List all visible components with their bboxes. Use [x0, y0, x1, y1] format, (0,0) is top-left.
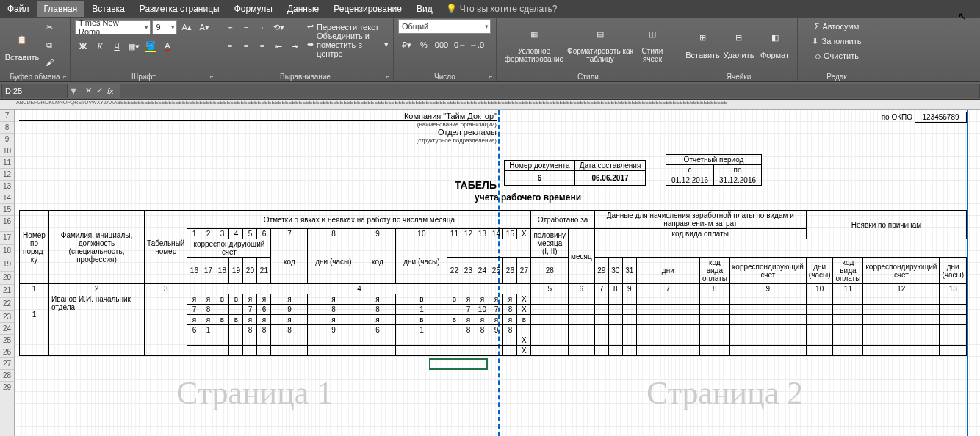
borders-button[interactable]: ▦▾	[126, 39, 141, 54]
row-header[interactable]: 28	[0, 370, 14, 382]
row-header[interactable]: 15	[0, 204, 14, 216]
row-header[interactable]: 7	[0, 110, 14, 122]
data-cell[interactable]: 9	[308, 325, 359, 335]
data-cell[interactable]: 1	[201, 325, 215, 335]
data-cell[interactable]: X	[517, 294, 531, 305]
font-color-button[interactable]: A	[160, 39, 175, 54]
row-header[interactable]: 18	[0, 245, 14, 258]
data-cell[interactable]: 8	[503, 325, 517, 335]
number-format-combo[interactable]: Общий	[398, 19, 491, 34]
data-cell[interactable]: 9	[489, 325, 503, 335]
data-cell[interactable]: я	[187, 315, 201, 325]
data-cell[interactable]: 8	[503, 305, 517, 315]
spreadsheet-grid[interactable]: ABCDEFGHIJKLMNOPQRSTUVWXYZAAABEEEEEEEEEE…	[0, 100, 980, 436]
copy-button[interactable]: ⧉	[42, 37, 57, 52]
data-cell[interactable]: я	[243, 315, 257, 325]
conditional-format-button[interactable]: ▦ Условное форматирование	[501, 19, 567, 66]
data-cell[interactable]: я	[489, 294, 503, 305]
row-header[interactable]: 17	[0, 232, 14, 245]
insert-cells-button[interactable]: ⊞ Вставить	[685, 19, 721, 66]
clipboard-launcher[interactable]: ⌐	[61, 73, 68, 81]
data-cell[interactable]: в	[396, 294, 447, 305]
company-name[interactable]: Компания "Тайм Доктор"	[19, 112, 497, 121]
data-cell[interactable]: 1	[396, 325, 447, 335]
align-bottom-button[interactable]: ⫠	[255, 20, 270, 34]
menu-insert[interactable]: Вставка	[84, 1, 132, 17]
data-cell[interactable]: я	[201, 315, 215, 325]
data-cell[interactable]: я	[271, 315, 308, 325]
row-tabnum[interactable]	[145, 294, 187, 335]
row-header[interactable]: 10	[0, 145, 14, 157]
data-cell[interactable]: 7	[461, 305, 475, 315]
data-cell[interactable]: я	[359, 294, 396, 305]
data-cell[interactable]: я	[243, 294, 257, 305]
format-painter-button[interactable]: 🖌	[42, 55, 57, 70]
decrease-font-button[interactable]: A▾	[197, 20, 212, 34]
row-headers[interactable]: 7891011121314151617181920212223242526272…	[0, 110, 15, 436]
active-cell[interactable]	[429, 358, 488, 370]
italic-button[interactable]: К	[93, 39, 107, 54]
date-value[interactable]: 06.06.2017	[575, 171, 646, 186]
fill-button[interactable]: ⬇ Заполнить	[802, 34, 871, 48]
data-cell[interactable]: 6	[359, 325, 396, 335]
data-cell[interactable]: 8	[359, 305, 396, 315]
row-header[interactable]: 19	[0, 258, 14, 272]
data-cell[interactable]: X	[517, 305, 531, 315]
row-header[interactable]: 22	[0, 298, 14, 311]
data-cell[interactable]: 10	[475, 305, 489, 315]
paste-button[interactable]: 📋 Вставить	[4, 21, 40, 68]
data-cell[interactable]: я	[308, 315, 359, 325]
data-cell[interactable]: 7	[243, 305, 257, 315]
fx-button[interactable]: fx	[107, 86, 114, 95]
department-name[interactable]: Отдел рекламы	[19, 128, 497, 137]
data-cell[interactable]: я	[257, 315, 271, 325]
row-header[interactable]: 9	[0, 134, 14, 145]
row-header[interactable]: 26	[0, 346, 14, 358]
menu-formulas[interactable]: Формулы	[227, 1, 280, 17]
data-cell[interactable]: я	[489, 315, 503, 325]
data-cell[interactable]	[215, 325, 229, 335]
tell-me-search[interactable]: 💡 Что вы хотите сделать?	[446, 4, 558, 14]
data-cell[interactable]: 8	[308, 305, 359, 315]
docnum-value[interactable]: 6	[505, 171, 575, 186]
confirm-formula-button[interactable]: ✓	[96, 86, 103, 95]
data-cell[interactable]: в	[447, 315, 461, 325]
data-cell[interactable]: я	[503, 315, 517, 325]
percent-button[interactable]: %	[417, 37, 431, 52]
number-launcher[interactable]: ⌐	[487, 73, 494, 81]
data-cell[interactable]: я	[461, 315, 475, 325]
align-left-button[interactable]: ≡	[223, 39, 237, 54]
row-header[interactable]: 12	[0, 169, 14, 181]
delete-cells-button[interactable]: ⊟ Удалить	[721, 19, 757, 66]
data-cell[interactable]: 6	[257, 305, 271, 315]
menu-layout[interactable]: Разметка страницы	[132, 1, 227, 17]
data-cell[interactable]: я	[475, 294, 489, 305]
row-name[interactable]: Иванов И.И. начальник отдела	[49, 294, 145, 335]
data-cell[interactable]: 8	[271, 325, 308, 335]
period-to[interactable]: 31.12.2016	[714, 175, 762, 186]
align-middle-button[interactable]: ≡	[239, 20, 253, 34]
align-center-button[interactable]: ≡	[239, 39, 253, 54]
row-header[interactable]: 21	[0, 285, 14, 298]
align-top-button[interactable]: ⫟	[223, 20, 237, 34]
okpo-value[interactable]: 123456789	[915, 112, 967, 123]
increase-indent-button[interactable]: ⇥	[287, 39, 302, 54]
data-cell[interactable]: в	[229, 315, 243, 325]
data-cell[interactable]	[517, 325, 531, 335]
menu-view[interactable]: Вид	[409, 1, 440, 17]
data-cell[interactable]: 1	[396, 305, 447, 315]
menu-data[interactable]: Данные	[280, 1, 326, 17]
data-cell[interactable]	[215, 305, 229, 315]
data-cell[interactable]: 8	[461, 325, 475, 335]
data-cell[interactable]	[229, 305, 243, 315]
autosum-button[interactable]: Σ Автосумм	[802, 19, 871, 34]
data-cell[interactable]	[229, 325, 243, 335]
font-size-combo[interactable]: 9	[152, 20, 177, 34]
name-box[interactable]: DI25	[1, 84, 68, 98]
row-header[interactable]: 11	[0, 157, 14, 169]
row-header[interactable]: 29	[0, 382, 14, 393]
currency-button[interactable]: ₽▾	[399, 37, 414, 52]
cut-button[interactable]: ✂	[42, 20, 57, 34]
cancel-formula-button[interactable]: ✕	[85, 86, 92, 95]
data-cell[interactable]: 8	[475, 325, 489, 335]
